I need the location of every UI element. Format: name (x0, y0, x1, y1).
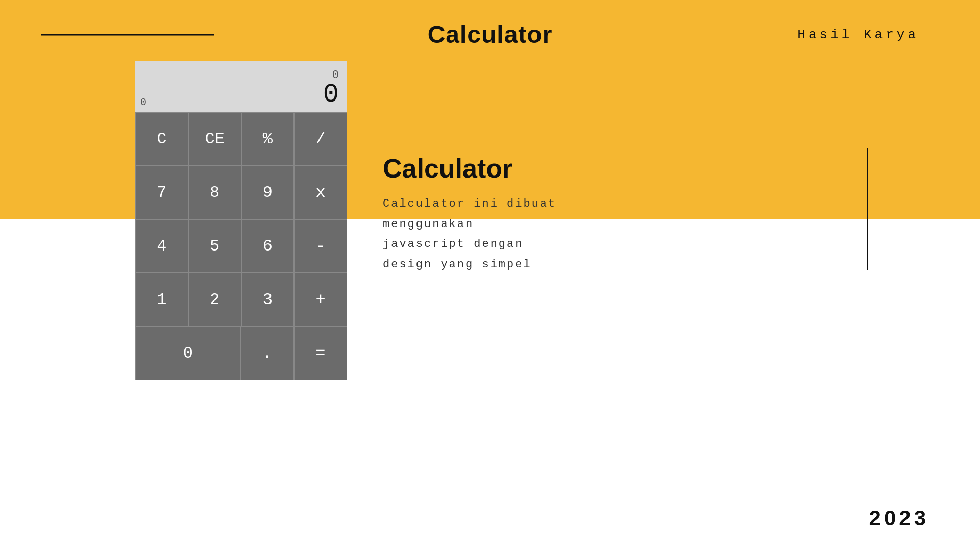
calculator-display: 0 0 0 (135, 61, 347, 112)
header-line (41, 34, 214, 35)
display-main-value: 0 (323, 82, 339, 108)
year-label: 2023 (869, 506, 929, 531)
calculator-buttons: C CE % / 7 8 9 x 4 5 6 - 1 2 3 + 0 . (135, 112, 347, 380)
info-title: Calculator (383, 153, 842, 184)
btn-6[interactable]: 6 (241, 219, 295, 273)
info-section: Calculator Calculator ini dibuatmengguna… (383, 153, 842, 274)
info-description: Calculator ini dibuatmenggunakanjavascri… (383, 194, 842, 274)
btn-multiply[interactable]: x (294, 166, 347, 219)
btn-4[interactable]: 4 (135, 219, 188, 273)
btn-2[interactable]: 2 (188, 273, 241, 327)
btn-decimal[interactable]: . (241, 327, 294, 380)
calc-row-2: 7 8 9 x (135, 166, 347, 219)
btn-add[interactable]: + (294, 273, 347, 327)
calc-row-4: 1 2 3 + (135, 273, 347, 327)
btn-8[interactable]: 8 (188, 166, 241, 219)
calculator: 0 0 0 C CE % / 7 8 9 x 4 5 6 - 1 2 3 (135, 61, 347, 380)
header: Calculator Hasil Karya (0, 20, 980, 48)
display-memory: 0 (140, 96, 146, 108)
calc-row-3: 4 5 6 - (135, 219, 347, 273)
btn-1[interactable]: 1 (135, 273, 188, 327)
calc-row-1: C CE % / (135, 112, 347, 166)
btn-equals[interactable]: = (294, 327, 347, 380)
btn-divide[interactable]: / (294, 112, 347, 166)
btn-clear[interactable]: C (135, 112, 188, 166)
btn-0[interactable]: 0 (135, 327, 241, 380)
btn-ce[interactable]: CE (188, 112, 241, 166)
page-title: Calculator (428, 20, 553, 48)
vertical-decorative-line (867, 148, 868, 270)
calc-row-5: 0 . = (135, 327, 347, 380)
btn-3[interactable]: 3 (241, 273, 295, 327)
btn-subtract[interactable]: - (294, 219, 347, 273)
btn-5[interactable]: 5 (188, 219, 241, 273)
btn-9[interactable]: 9 (241, 166, 295, 219)
header-tagline: Hasil Karya (797, 27, 919, 42)
btn-percent[interactable]: % (241, 112, 295, 166)
btn-7[interactable]: 7 (135, 166, 188, 219)
